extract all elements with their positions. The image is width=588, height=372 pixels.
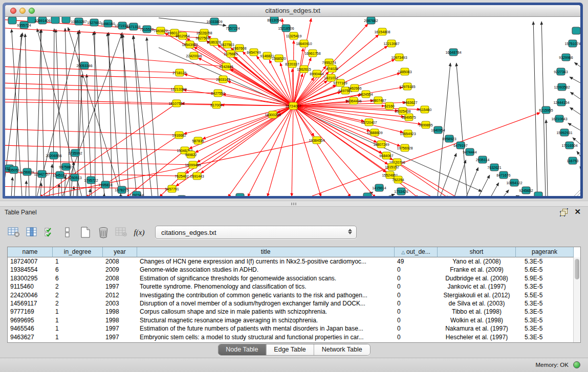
graph-node-2718126[interactable]: 2718126 xyxy=(172,69,186,76)
table-row[interactable]: 977716911998Corpus callosum shape and si… xyxy=(8,308,574,316)
column-header-short[interactable]: short xyxy=(438,247,516,257)
graph-node-8454749[interactable]: 8454749 xyxy=(247,49,260,56)
graph-node-935051[interactable]: 935051 xyxy=(8,166,19,173)
graph-node-9329966[interactable]: 9329966 xyxy=(559,54,573,61)
graph-node-1691443[interactable]: 1691443 xyxy=(190,172,204,180)
graph-node-1678275[interactable]: 1678275 xyxy=(115,186,128,193)
graph-node-1156829[interactable]: 1156829 xyxy=(20,168,34,176)
graph-node-2803144[interactable]: 2803144 xyxy=(216,76,230,83)
graph-node-16961758[interactable]: 16961758 xyxy=(304,50,320,57)
graph-node-9474444[interactable]: 9474444 xyxy=(463,148,476,156)
graph-node-12213987[interactable]: 12213987 xyxy=(383,40,399,47)
table-row[interactable]: 1456911722003Disruption of a novel membe… xyxy=(8,299,574,308)
graph-node-15218506[interactable]: 15218506 xyxy=(278,25,294,32)
table-row[interactable]: 911546021997Tourette syndrome. Phenomeno… xyxy=(8,282,574,291)
graph-node-7515526[interactable]: 7515526 xyxy=(140,26,154,33)
graph-node-12975185[interactable]: 12975185 xyxy=(399,83,415,90)
graph-node-1415614[interactable]: 1415614 xyxy=(372,184,386,191)
graph-node-1735992[interactable]: 1735992 xyxy=(68,149,82,157)
memory-ok-indicator[interactable] xyxy=(573,361,580,368)
graph-node-16099489[interactable]: 16099489 xyxy=(185,161,201,168)
delete-table-button[interactable] xyxy=(97,226,110,239)
graph-node-1995818[interactable]: 1995818 xyxy=(98,181,112,188)
graph-node-12093582[interactable]: 12093582 xyxy=(554,83,570,91)
graph-node-116753[interactable]: 116753 xyxy=(567,157,579,164)
graph-node-9457791[interactable]: 9457791 xyxy=(165,185,179,192)
graph-node-15751074[interactable]: 15751074 xyxy=(564,40,580,47)
table-row[interactable]: 2242004622012Investigating the contribut… xyxy=(8,291,574,299)
column-header-in_degree[interactable]: in_degree xyxy=(53,247,103,257)
column-header-out_degree[interactable]: △out_de... xyxy=(395,247,438,257)
graph-node-949822[interactable]: 949822 xyxy=(185,151,197,158)
graph-node-18640910[interactable]: 18640910 xyxy=(296,40,312,47)
graph-node-17016504[interactable]: 17016504 xyxy=(561,142,577,149)
graph-node-6479197[interactable]: 6479197 xyxy=(453,142,467,149)
new-table-button[interactable] xyxy=(79,226,92,239)
tab-edge-table[interactable]: Edge Table xyxy=(266,344,314,355)
network-graph-canvas[interactable]: 1872400774638228960123891295418543982224… xyxy=(5,17,580,196)
graph-node-16210643[interactable]: 16210643 xyxy=(551,115,567,122)
graph-node-12213389[interactable]: 12213389 xyxy=(170,85,186,93)
graph-node-20691406[interactable]: 20691406 xyxy=(34,17,50,24)
graph-node-817004[interactable]: 817004 xyxy=(210,101,222,108)
graph-node-20364436[interactable]: 20364436 xyxy=(345,97,361,104)
tab-node-table[interactable]: Node Table xyxy=(218,344,266,355)
function-builder-button[interactable]: f(x) xyxy=(133,226,146,239)
graph-node-15720407[interactable]: 15720407 xyxy=(361,119,377,126)
column-header-pagerank[interactable]: pagerank xyxy=(516,247,574,257)
graph-node-10688609[interactable]: 10688609 xyxy=(366,129,382,136)
scrollbar-thumb[interactable] xyxy=(575,259,579,279)
graph-node-974028[interactable]: 974028 xyxy=(326,65,338,72)
graph-node-9899895[interactable]: 9899895 xyxy=(419,121,432,128)
row-height-button[interactable] xyxy=(61,226,74,239)
graph-node-587835[interactable]: 587835 xyxy=(192,137,204,144)
graph-node-9463627[interactable]: 9463627 xyxy=(403,99,417,106)
graph-node-7485083[interactable]: 7485083 xyxy=(398,68,411,75)
graph-node-1753426[interactable]: 1753426 xyxy=(394,188,408,195)
graph-node-10654122[interactable]: 10654122 xyxy=(506,179,522,186)
table-row[interactable]: 1830029562008Estimation of significance … xyxy=(8,274,574,282)
tab-network-table[interactable]: Network Table xyxy=(314,344,370,355)
graph-node-18543982[interactable]: 18543982 xyxy=(182,41,198,48)
graph-node[interactable] xyxy=(62,17,70,23)
graph-node-7632621[interactable]: 7632621 xyxy=(487,164,501,171)
graph-node-19654923[interactable]: 19654923 xyxy=(400,130,416,137)
graph-node-1795722[interactable]: 1795722 xyxy=(84,177,98,184)
graph-node-9227343[interactable]: 9227343 xyxy=(554,68,568,75)
graph-node-8958923[interactable]: 8958923 xyxy=(442,135,456,142)
graph-node-22420046[interactable]: 22420046 xyxy=(186,52,202,59)
graph-node-16033809[interactable]: 16033809 xyxy=(206,18,222,25)
table-row[interactable]: 969969511998Structural magnetic resonanc… xyxy=(8,316,574,324)
graph-node-62160[interactable]: 62160 xyxy=(384,102,395,110)
graph-node-15992931[interactable]: 15992931 xyxy=(556,129,572,136)
graph-node-19384554[interactable]: 19384554 xyxy=(309,137,324,144)
graph-node-8813054[interactable]: 8813054 xyxy=(267,17,281,24)
graph-node-9115460[interactable]: 9115460 xyxy=(418,106,432,113)
show-columns-button[interactable] xyxy=(25,226,38,239)
table-settings-button[interactable] xyxy=(7,226,20,239)
graph-node-7557224[interactable]: 7557224 xyxy=(226,25,239,32)
close-panel-icon[interactable]: ✕ xyxy=(574,207,581,216)
graph-node[interactable] xyxy=(178,195,186,196)
graph-node-16154808[interactable]: 16154808 xyxy=(374,28,390,35)
graph-node-2087682[interactable]: 2087682 xyxy=(364,17,378,24)
graph-node[interactable] xyxy=(572,27,580,34)
import-table-button[interactable] xyxy=(115,226,128,239)
graph-node-752254[interactable]: 752254 xyxy=(392,176,404,183)
vertical-scrollbar[interactable] xyxy=(573,257,580,342)
column-header-year[interactable]: year xyxy=(103,247,137,257)
graph-node-2935114[interactable]: 2935114 xyxy=(476,156,490,163)
graph-node-8215955[interactable]: 8215955 xyxy=(539,106,553,114)
table-row[interactable]: 946362711997Embryonic stem cells: a mode… xyxy=(8,333,574,341)
graph-node-10807487[interactable]: 10807487 xyxy=(370,97,386,104)
graph-node[interactable] xyxy=(51,17,59,24)
column-header-name[interactable]: name xyxy=(8,247,53,257)
graph-node-16648784[interactable]: 16648784 xyxy=(445,49,461,56)
graph-node[interactable] xyxy=(8,17,16,24)
select-rows-button[interactable] xyxy=(43,226,56,239)
graph-node-1916682[interactable]: 1916682 xyxy=(172,132,186,139)
graph-node-8471676[interactable]: 8471676 xyxy=(496,171,510,179)
graph-node-12444154[interactable]: 12444154 xyxy=(553,99,569,106)
graph-node-18107554[interactable]: 18107554 xyxy=(168,100,184,107)
panel-splitter[interactable] xyxy=(0,201,588,207)
